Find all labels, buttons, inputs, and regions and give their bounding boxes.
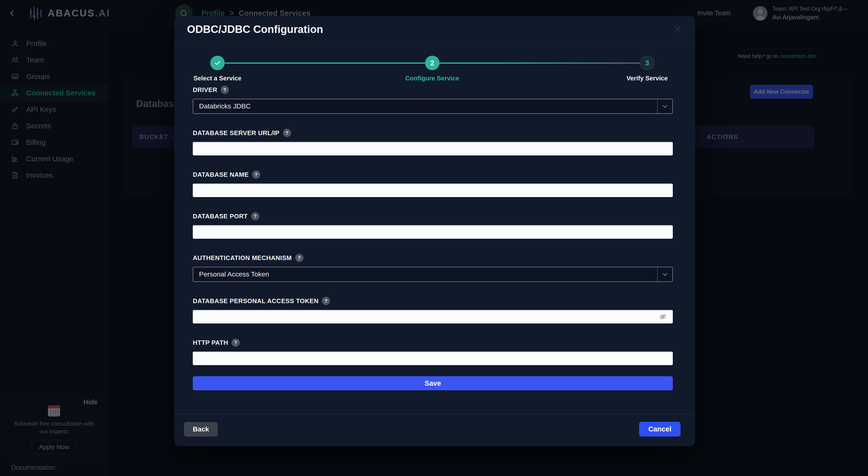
check-icon: [214, 59, 221, 67]
close-icon[interactable]: ✕: [673, 24, 682, 35]
step2-label: Configure Service: [405, 74, 459, 82]
database-server-url-input[interactable]: [193, 142, 673, 155]
modal-footer: Back Cancel: [175, 414, 695, 446]
help-icon[interactable]: ?: [251, 212, 259, 220]
database-name-input[interactable]: [193, 184, 673, 197]
help-icon[interactable]: ?: [231, 339, 240, 347]
help-icon[interactable]: ?: [322, 297, 330, 305]
http-path-label: HTTP PATH ?: [193, 339, 673, 347]
field-database-port: DATABASE PORT ?: [193, 212, 673, 239]
help-icon[interactable]: ?: [283, 129, 291, 137]
modal-header: ODBC/JDBC Configuration ✕: [175, 16, 695, 42]
stepper-line-done: [225, 62, 425, 64]
back-button[interactable]: Back: [184, 422, 218, 437]
database-server-url-label: DATABASE SERVER URL/IP ?: [193, 129, 673, 137]
field-http-path: HTTP PATH ?: [193, 339, 673, 365]
http-path-input[interactable]: [193, 352, 673, 365]
cancel-button[interactable]: Cancel: [639, 422, 681, 437]
stepper-line-upcoming: [440, 62, 640, 64]
step1-circle: [210, 56, 225, 70]
database-port-label: DATABASE PORT ?: [193, 212, 673, 220]
field-database-name: DATABASE NAME ?: [193, 170, 673, 197]
database-port-input[interactable]: [193, 225, 673, 239]
field-personal-access-token: DATABASE PERSONAL ACCESS TOKEN ?: [193, 297, 673, 323]
modal-body: Select a Service 2 Configure Service 3 V…: [175, 42, 695, 401]
stepper: Select a Service 2 Configure Service 3 V…: [193, 56, 673, 70]
personal-access-token-label: DATABASE PERSONAL ACCESS TOKEN ?: [193, 297, 673, 305]
step-verify-service[interactable]: 3 Verify Service: [640, 56, 654, 70]
help-icon[interactable]: ?: [295, 254, 304, 262]
eye-off-icon[interactable]: [659, 313, 667, 321]
step-configure-service[interactable]: 2 Configure Service: [425, 56, 440, 70]
authentication-mechanism-select[interactable]: Personal Access Token: [193, 267, 673, 282]
chevron-down-icon: [657, 267, 672, 281]
save-button[interactable]: Save: [193, 376, 673, 390]
modal-title: ODBC/JDBC Configuration: [187, 23, 323, 35]
step2-circle: 2: [425, 56, 440, 70]
database-name-label: DATABASE NAME ?: [193, 170, 673, 179]
step3-circle: 3: [640, 56, 654, 70]
step3-label: Verify Service: [626, 74, 668, 82]
chevron-down-icon: [657, 99, 672, 113]
odbc-jdbc-configuration-modal: ODBC/JDBC Configuration ✕ Select a Servi…: [175, 16, 695, 446]
authentication-mechanism-label: AUTHENTICATION MECHANISM ?: [193, 254, 673, 262]
field-database-server-url: DATABASE SERVER URL/IP ?: [193, 129, 673, 155]
step-select-a-service[interactable]: Select a Service: [210, 56, 225, 70]
field-driver: DRIVER ? Databricks JDBC: [193, 86, 673, 114]
step1-label: Select a Service: [193, 74, 242, 82]
driver-select[interactable]: Databricks JDBC: [193, 99, 673, 114]
personal-access-token-input[interactable]: [193, 310, 673, 323]
help-icon[interactable]: ?: [252, 170, 260, 179]
driver-label: DRIVER ?: [193, 86, 673, 94]
field-authentication-mechanism: AUTHENTICATION MECHANISM ? Personal Acce…: [193, 254, 673, 282]
help-icon[interactable]: ?: [221, 86, 229, 94]
